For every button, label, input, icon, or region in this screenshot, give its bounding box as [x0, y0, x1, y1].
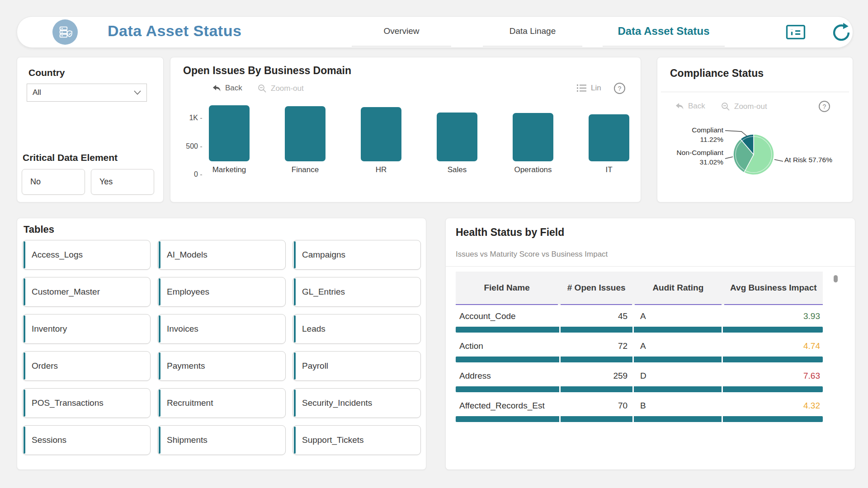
table-button-customer_master[interactable]: Customer_Master	[22, 277, 151, 307]
progress-bar-segment	[456, 386, 559, 392]
critical-data-element-label: Critical Data Element	[23, 152, 118, 163]
y-axis-tick: 1K	[180, 114, 202, 122]
table-button-recruitment[interactable]: Recruitment	[157, 388, 286, 418]
open-issues-chart-panel: Open Issues By Business Domain Back Zoom…	[170, 57, 641, 202]
table-button-pos_transactions[interactable]: POS_Transactions	[22, 388, 151, 418]
at-risk-label: At Risk 57.76%	[784, 156, 832, 164]
bar-chart-plot: MarketingFinanceHRSalesOperationsIT	[209, 118, 629, 174]
field-name-cell: Address	[456, 371, 558, 381]
table-button-invoices[interactable]: Invoices	[157, 314, 286, 344]
progress-bar-segment	[561, 327, 633, 333]
bar-rect[interactable]	[209, 105, 250, 161]
bar-operations[interactable]: Operations	[513, 113, 553, 174]
tab-data-asset-status[interactable]: Data Asset Status	[603, 17, 725, 47]
info-card-icon[interactable]	[786, 24, 806, 42]
table-button-employees[interactable]: Employees	[157, 277, 286, 307]
compliant-pct: 11.22%	[662, 135, 723, 144]
chart-back-button[interactable]: Back	[212, 84, 242, 93]
progress-bar-segment	[456, 416, 559, 422]
progress-bar-segment	[723, 357, 823, 362]
cde-no-label: No	[30, 177, 41, 187]
accent-bar	[159, 352, 160, 380]
table-button-security_incidents[interactable]: Security_Incidents	[292, 388, 421, 418]
table-button-campaigns[interactable]: Campaigns	[292, 240, 421, 270]
table-name: Payroll	[293, 361, 328, 371]
table-button-shipments[interactable]: Shipments	[157, 425, 286, 455]
tables-title: Tables	[24, 224, 54, 235]
progress-bar-segment	[456, 327, 559, 333]
leader-line-compliant	[725, 131, 747, 136]
app-logo	[52, 19, 78, 45]
accent-bar	[24, 315, 25, 343]
table-button-leads[interactable]: Leads	[292, 314, 421, 344]
cde-no-button[interactable]: No	[22, 169, 85, 195]
bar-category-label: IT	[605, 165, 612, 174]
progress-bar-segment	[634, 386, 722, 392]
table-button-access_logs[interactable]: Access_Logs	[22, 240, 151, 270]
column-header[interactable]: Avg Business Impact	[724, 272, 823, 305]
scrollbar-thumb[interactable]	[834, 275, 838, 282]
database-shield-icon	[57, 24, 73, 40]
health-row-action[interactable]: Action72A4.74	[456, 337, 823, 366]
audit-rating-cell: D	[635, 371, 722, 381]
chart-help-button[interactable]: ?	[613, 82, 626, 94]
chart-zoom-out-label: Zoom-out	[271, 84, 304, 93]
bar-sales[interactable]: Sales	[437, 113, 477, 174]
chart-lin-toggle[interactable]: Lin	[576, 84, 601, 93]
bar-hr[interactable]: HR	[361, 107, 401, 174]
bar-it[interactable]: IT	[589, 114, 629, 174]
field-name-cell: Account_Code	[456, 311, 558, 321]
tab-overview[interactable]: Overview	[352, 17, 451, 47]
bar-finance[interactable]: Finance	[285, 106, 326, 175]
column-header[interactable]: Audit Rating	[635, 272, 722, 305]
compliance-status-panel: Compliance Status Back Zoom-out ? Compli…	[657, 57, 853, 202]
table-button-gl_entries[interactable]: GL_Entries	[292, 277, 421, 307]
business-impact-cell: 4.32	[724, 401, 823, 411]
table-name: AI_Models	[158, 250, 208, 260]
bar-rect[interactable]	[437, 113, 477, 161]
health-row-affected_records_est[interactable]: Affected_Records_Est70B4.32	[456, 396, 823, 426]
zoom-out-icon	[257, 84, 267, 94]
progress-bar-segment	[723, 386, 823, 392]
open-issues-cell: 45	[561, 311, 632, 321]
column-header[interactable]: Field Name	[456, 272, 558, 305]
table-name: Sessions	[23, 435, 66, 445]
bar-marketing[interactable]: Marketing	[209, 105, 250, 174]
bar-rect[interactable]	[361, 107, 401, 161]
table-button-payments[interactable]: Payments	[157, 351, 286, 381]
progress-bar-segment	[634, 416, 722, 422]
table-button-inventory[interactable]: Inventory	[22, 314, 151, 344]
refresh-icon[interactable]	[831, 22, 852, 45]
pie-label-non-compliant: Non-Compliant 31.02%	[662, 148, 723, 167]
health-table-header: Field Name# Open IssuesAudit RatingAvg B…	[456, 272, 823, 305]
bar-rect[interactable]	[513, 113, 553, 161]
compliant-label: Compliant	[662, 125, 723, 135]
table-name: Access_Logs	[23, 250, 83, 260]
bar-rect[interactable]	[285, 106, 326, 162]
country-dropdown[interactable]: All	[27, 84, 147, 102]
progress-bar-segment	[561, 357, 633, 362]
accent-bar	[24, 427, 25, 454]
table-button-ai_models[interactable]: AI_Models	[157, 240, 286, 270]
table-button-payroll[interactable]: Payroll	[292, 351, 421, 381]
column-header[interactable]: # Open Issues	[561, 272, 632, 305]
bar-category-label: Marketing	[212, 165, 246, 174]
table-button-support_tickets[interactable]: Support_Tickets	[292, 425, 421, 455]
leader-line-non-compliant	[725, 157, 733, 159]
list-icon	[576, 84, 587, 93]
help-icon: ?	[613, 82, 626, 94]
accent-bar	[294, 352, 296, 380]
accent-bar	[159, 315, 160, 343]
table-button-orders[interactable]: Orders	[22, 351, 151, 381]
chart-zoom-out-button[interactable]: Zoom-out	[257, 84, 304, 94]
health-row-account_code[interactable]: Account_Code45A3.93	[456, 307, 823, 337]
country-dropdown-value: All	[33, 88, 41, 97]
table-name: Security_Incidents	[293, 398, 372, 408]
table-name: Campaigns	[293, 250, 345, 260]
bar-rect[interactable]	[589, 114, 629, 161]
tab-data-linage[interactable]: Data Linage	[483, 17, 582, 47]
cde-yes-label: Yes	[99, 177, 113, 187]
health-row-address[interactable]: Address259D7.63	[456, 366, 823, 396]
table-button-sessions[interactable]: Sessions	[22, 425, 151, 455]
cde-yes-button[interactable]: Yes	[91, 169, 154, 195]
